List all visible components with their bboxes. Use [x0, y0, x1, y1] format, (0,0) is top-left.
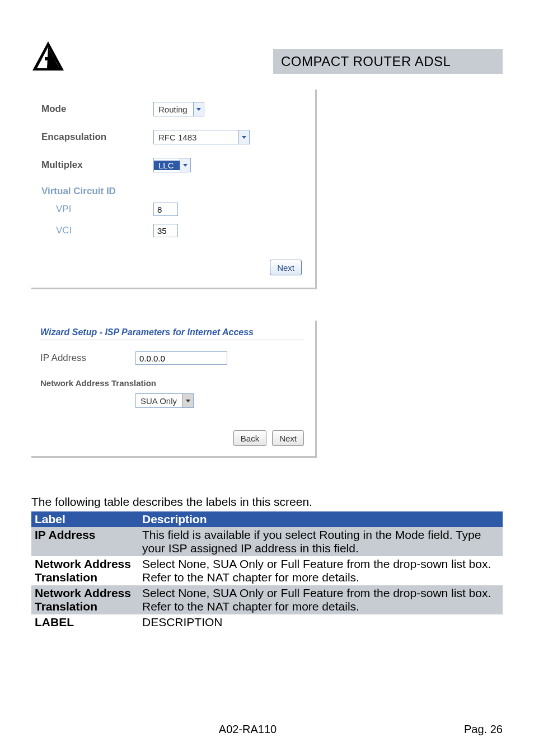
nat-select[interactable]: SUA Only	[135, 393, 194, 408]
virtual-circuit-id-label: Virtual Circuit ID	[41, 186, 153, 197]
table-cell-description: Select None, SUA Only or Full Feature fr…	[139, 556, 503, 585]
svg-marker-5	[242, 136, 246, 139]
back-button[interactable]: Back	[233, 430, 266, 446]
nat-value: SUA Only	[136, 396, 182, 406]
table-cell-description: This field is available if you select Ro…	[139, 527, 503, 556]
table-cell-description: Select None, SUA Only or Full Feature fr…	[139, 585, 503, 614]
encapsulation-label: Encapsulation	[41, 132, 153, 143]
table-cell-label: Network Address Translation	[31, 585, 139, 614]
table-row: IP AddressThis field is available if you…	[31, 527, 503, 556]
next-button[interactable]: Next	[270, 260, 302, 275]
vpi-input[interactable]: 8	[153, 203, 178, 216]
table-row: Network Address TranslationSelect None, …	[31, 556, 503, 585]
table-header-description: Description	[139, 511, 503, 527]
chevron-down-icon	[238, 130, 249, 144]
vci-input[interactable]: 35	[153, 224, 178, 237]
mode-label: Mode	[41, 104, 153, 115]
table-cell-label: IP Address	[31, 527, 139, 556]
page-footer: A02-RA110 Pag. 26	[31, 723, 503, 736]
multiplex-select[interactable]: LLC	[153, 158, 191, 172]
multiplex-value: LLC	[154, 161, 180, 170]
next-button[interactable]: Next	[272, 430, 304, 446]
mode-value: Routing	[154, 105, 193, 114]
svg-rect-3	[45, 57, 56, 60]
svg-marker-6	[183, 164, 188, 167]
wizard-title: Wizard Setup - ISP Parameters for Intern…	[40, 327, 304, 337]
vpi-label: VPI	[41, 204, 153, 215]
table-row: LABELDESCRIPTION	[31, 614, 503, 630]
encapsulation-select[interactable]: RFC 1483	[153, 130, 250, 144]
table-caption: The following table describes the labels…	[31, 495, 312, 509]
table-cell-description: DESCRIPTION	[139, 614, 503, 630]
table-row: Network Address TranslationSelect None, …	[31, 585, 503, 614]
nat-label: Network Address Translation	[40, 378, 304, 388]
multiplex-label: Multiplex	[41, 159, 153, 171]
table-cell-label: LABEL	[31, 614, 139, 630]
ip-address-label: IP Address	[40, 353, 135, 364]
table-header-label: Label	[31, 511, 139, 527]
chevron-down-icon	[180, 158, 190, 172]
settings-panel: Mode Routing Encapsulation RFC 1483 Mult…	[31, 90, 317, 289]
footer-model: A02-RA110	[219, 723, 277, 736]
encapsulation-value: RFC 1483	[154, 133, 202, 142]
vci-label: VCI	[41, 225, 153, 236]
footer-page: Pag. 26	[464, 723, 503, 736]
mode-select[interactable]: Routing	[153, 102, 204, 116]
table-cell-label: Network Address Translation	[31, 556, 139, 585]
svg-marker-4	[196, 108, 201, 111]
brand-logo-icon	[31, 40, 65, 74]
wizard-panel: Wizard Setup - ISP Parameters for Intern…	[31, 321, 317, 458]
chevron-down-icon	[182, 394, 193, 407]
ip-address-input[interactable]: 0.0.0.0	[135, 351, 227, 365]
page-title: COMPACT ROUTER ADSL	[273, 49, 503, 74]
divider	[40, 340, 304, 340]
description-table: Label Description IP AddressThis field i…	[31, 511, 503, 630]
chevron-down-icon	[193, 102, 204, 116]
svg-marker-7	[186, 400, 190, 402]
